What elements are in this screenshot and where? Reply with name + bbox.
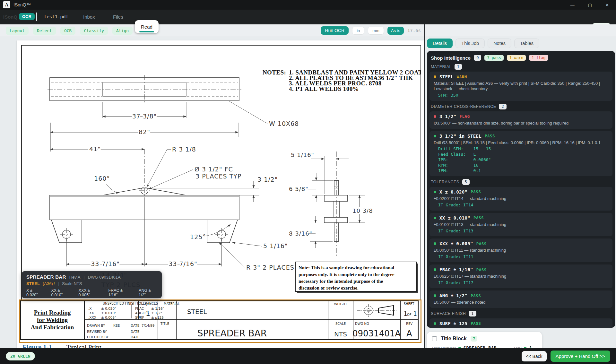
card-tol-x[interactable]: X ± 0.020" PASS ±0.0200" □ IT14 — standa… (429, 187, 612, 211)
sheet-of: OF (407, 313, 412, 316)
ocr-mode-badge[interactable]: OCR (19, 13, 35, 20)
dim-3-1-2: 3 1/2" (257, 176, 278, 183)
tol-xxx-value: ± 0.005" (101, 316, 116, 319)
nav-tab-read-active[interactable]: Read (135, 20, 159, 33)
tab-details[interactable]: Details (427, 39, 453, 48)
nav-item-inbox[interactable]: Inbox (83, 14, 95, 20)
date1-label: DATE (131, 324, 139, 327)
card-tol-xxx-status: PASS (476, 241, 487, 246)
pass-dot-icon (434, 191, 436, 193)
tooltip-rev: Rev A (69, 275, 81, 280)
tab-tables[interactable]: Tables (514, 39, 539, 48)
note-box-line2: purposes only. It is complete only to th… (299, 272, 395, 277)
dim-5-1-16-top: 5 1/16" (291, 152, 314, 158)
section-diameter-label: DIAMETER CROSS-REFERENCE (431, 104, 496, 109)
tooltip-tol-xxx: XXX ± 0.005" (79, 288, 101, 297)
section-diameter-count: 2 (499, 104, 507, 109)
card-tol-x-desc: ±0.0200" □ IT14 — standard machining (434, 196, 608, 202)
stage-pill-layout[interactable]: Layout (6, 27, 29, 35)
card-tol-xx-title: XX ± 0.010" (439, 215, 470, 221)
section-material-count: 1 (455, 64, 462, 70)
nav-item-files[interactable]: Files (113, 14, 123, 20)
card-drill-kv: Drill SFM: 15 - 15 Feed Class: L IPR: 0.… (434, 146, 608, 173)
sheet-label: SHEET (404, 302, 415, 306)
dim-125deg: 125° (190, 233, 206, 240)
pass-dot-icon (434, 217, 436, 219)
approve-hand-off-button[interactable]: Approve + Hand Off >> (551, 351, 610, 362)
card-tol-frac[interactable]: FRAC ± 1/16" PASS ±0.0625" □ IT17 — stan… (429, 264, 612, 288)
dim-dia-3-1-2-fc: Ø 3 1/2" FC (195, 166, 233, 173)
figure-caption: Figure 1-1. Typical Print (22, 343, 101, 348)
top-flange (324, 195, 348, 201)
tab-this-job[interactable]: This Job (455, 39, 485, 48)
card-tol-xx-desc: ±0.0100" □ IT13 — standard machining (434, 222, 608, 228)
title-block-highlighted[interactable]: Print Reading for Welding And Fabricatio… (19, 299, 421, 343)
dwg-no-label: DWG NO (355, 322, 369, 325)
dim-r-3-1-8: R 3 1/8 (172, 146, 196, 153)
open-file-name[interactable]: test1.pdf (44, 14, 68, 19)
tol-surf-label: SURF (135, 316, 144, 319)
os-titlebar: Λ ISonQ™ — ▢ ✕ (0, 0, 616, 10)
card-tol-ang[interactable]: ANG ± 1/2" PASS ±0.5000" — tolerance not… (429, 290, 612, 308)
note-box-line4: discussion or review exercise. (299, 285, 359, 290)
unit-mm-button[interactable]: mm (368, 27, 384, 35)
brand-line2: for Welding (37, 316, 68, 323)
tab-notes[interactable]: Notes (488, 39, 511, 48)
maximize-icon[interactable]: ▢ (588, 3, 592, 7)
bottom-bar: 20 GREEN << Back Approve + Hand Off >> (0, 348, 616, 364)
drawn-by-value: KEE (113, 324, 120, 327)
scale-label: SCALE (335, 322, 346, 325)
note-box-line1: Note: This is a sample drawing for educa… (299, 265, 394, 270)
dim-8-3-16: 8 3/16" (289, 230, 312, 237)
label-w10x68: W 10X68 (269, 120, 299, 127)
section-surface-count: 1 (469, 311, 476, 316)
card-tol-frac-status: PASS (476, 267, 487, 272)
drawn-by-label: DRAWN BY (87, 324, 105, 327)
card-surf-status: PASS (471, 321, 481, 326)
unit-in-button[interactable]: in (352, 27, 364, 35)
card-tol-xx[interactable]: XX ± 0.010" PASS ±0.0100" □ IT13 — stand… (429, 213, 612, 237)
card-drill-flag[interactable]: 3 1/2" FLAG Ø3.5000" — non-standard dril… (429, 111, 612, 129)
card-tol-xx-status: PASS (473, 215, 484, 220)
checkbox-icon[interactable] (432, 336, 437, 341)
card-tol-frac-kv: IT Grade: IT17 (434, 280, 608, 286)
section-tolerances-count: 5 (462, 179, 470, 185)
stage-pill-classify[interactable]: Classify (80, 27, 108, 35)
back-button[interactable]: << Back (522, 351, 546, 361)
window-title: ISonQ™ (13, 2, 31, 7)
tol-xx-value: ± 0.010" (101, 311, 116, 315)
warn-count-badge: 1 warn (507, 55, 526, 61)
card-surf[interactable]: SURF ± 125 PASS 125 Ra (N8) — Milling / … (429, 318, 612, 328)
card-drill-pass[interactable]: 3 1/2" in STEEL PASS Drill Ø3.5000" | SF… (429, 131, 612, 176)
card-steel[interactable]: STEEL WARN Material: STEEL | Assumed A36… (429, 72, 612, 101)
active-tab-underline (139, 31, 154, 32)
card-tol-ang-desc: ±0.5000" — tolerance noted (434, 300, 608, 305)
tol-xx-label: .XX (88, 311, 94, 315)
run-ocr-button[interactable]: Run OCR (321, 26, 349, 35)
section-tolerances: TOLERANCES 5 (431, 179, 611, 185)
section-surface-label: SURFACE FINISH (431, 311, 466, 316)
third-angle-projection-icon (357, 304, 396, 317)
material-value: STEEL (187, 308, 207, 316)
dim-3-places-typ: 3 PLACES TYP (195, 173, 241, 180)
card-tol-ang-title: ANG ± 1/2" (439, 293, 467, 298)
pass-count-badge: 7 pass (484, 55, 503, 61)
minimize-icon[interactable]: — (570, 3, 575, 7)
card-tol-xxx[interactable]: XXX ± 0.005" PASS ±0.0050" □ IT11 — stan… (429, 238, 612, 262)
dwg-no-value: 09031401A (352, 329, 401, 338)
tol-x-value: ± 0.020" (101, 307, 116, 310)
tooltip-grade: (A36) ! (43, 281, 55, 286)
close-icon[interactable]: ✕ (605, 3, 609, 7)
stage-pill-align[interactable]: Align (112, 27, 133, 35)
asis-toggle-active[interactable]: As-is (387, 27, 404, 35)
stage-pill-ocr[interactable]: OCR (60, 27, 75, 35)
flag-count-badge: 1 flag (529, 55, 548, 61)
pass-dot-icon (434, 135, 436, 137)
notes-title: NOTES: (263, 69, 286, 76)
panel-divider (424, 24, 425, 348)
dim-33-7-16-left: 33 7/16" (91, 260, 120, 267)
tol-frac-label: FRAC (135, 307, 144, 310)
tooltip-scale: Scale NTS (62, 281, 82, 286)
rev-value: A (406, 329, 412, 338)
stage-pill-detect[interactable]: Detect (33, 27, 56, 35)
